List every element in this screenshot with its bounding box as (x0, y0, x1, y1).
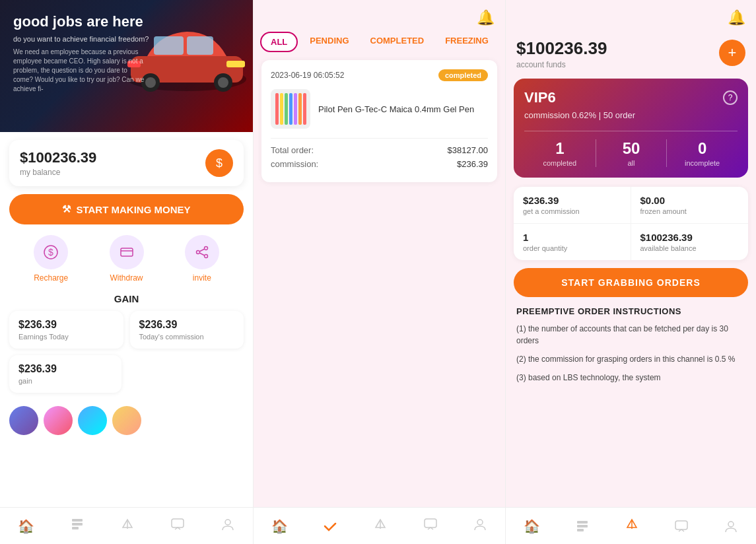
account-label: account funds (516, 60, 745, 69)
commission-row: commission: $236.39 (271, 159, 488, 169)
vip-stat-all-label: all (596, 159, 667, 167)
chat-icon-p3 (674, 519, 689, 533)
invite-label: invite (193, 273, 211, 283)
get-commission-cell: $236.39 get a commission (514, 187, 631, 224)
instruction-1: (1) the number of accounts that can be f… (506, 323, 756, 353)
vip-stat-incomplete-value: 0 (667, 139, 738, 158)
account-amount: $100236.39 (516, 38, 745, 59)
order-quantity-cell: 1 order quantity (514, 224, 631, 260)
nav-profile-p3[interactable] (716, 516, 746, 536)
gain-card: $236.39 gain (9, 355, 121, 393)
today-commission-label: Today's commission (139, 333, 235, 341)
hero-section: good jobs are here do you want to achiev… (0, 0, 253, 132)
available-balance-value: $100236.39 (640, 232, 739, 243)
total-order-label: Total order: (271, 145, 314, 155)
svg-line-18 (199, 253, 205, 255)
account-section: $100236.39 account funds (506, 32, 756, 79)
orders-icon (70, 517, 85, 535)
nav-work[interactable] (112, 514, 143, 537)
vip-title: VIP6 (524, 89, 556, 106)
earnings-today-label: Earnings Today (18, 333, 114, 341)
panel-account: 🔔 $100236.39 account funds + VIP6 ? comm… (506, 0, 756, 544)
withdraw-button[interactable]: Withdraw (110, 235, 144, 283)
nav-home-p3[interactable]: 🏠 (516, 516, 548, 537)
commission-value: $236.39 (457, 159, 488, 169)
order-details: Total order: $38127.00 commission: $236.… (271, 138, 488, 169)
get-commission-label: get a commission (523, 207, 621, 215)
earnings-today-card: $236.39 Earnings Today (9, 311, 123, 349)
svg-rect-21 (72, 527, 79, 529)
hero-subtitle: do you want to achieve financial freedom… (13, 34, 152, 44)
total-order-row: Total order: $38127.00 (271, 145, 488, 155)
nav-profile[interactable] (213, 514, 243, 537)
today-commission-card: $236.39 Today's commission (130, 311, 244, 349)
today-commission-value: $236.39 (139, 319, 235, 331)
invite-button[interactable]: invite (185, 235, 219, 283)
svg-rect-23 (172, 519, 184, 527)
svg-point-33 (728, 522, 734, 527)
tab-freezing[interactable]: FREEZING (436, 32, 498, 52)
vip-stat-completed: 1 completed (524, 139, 596, 167)
start-grabbing-orders-button[interactable]: START GRABBING ORDERS (514, 268, 748, 297)
work-icon-p2 (373, 517, 388, 535)
nav-checkmark-p2[interactable] (315, 516, 345, 536)
svg-rect-3 (187, 36, 213, 55)
total-order-value: $38127.00 (448, 145, 488, 155)
tab-all[interactable]: ALL (260, 32, 298, 52)
home-icon-p2: 🏠 (271, 518, 288, 534)
profile-icon-p3 (724, 519, 738, 533)
hero-title: good jobs are here (13, 13, 145, 30)
balance-amount: $100236.39 (20, 149, 96, 166)
withdraw-label: Withdraw (110, 273, 143, 283)
svg-point-15 (204, 247, 207, 250)
balance-action-button[interactable]: $ (205, 149, 233, 177)
notification-bell-icon-p3[interactable]: 🔔 (728, 9, 745, 26)
svg-line-17 (199, 249, 205, 252)
order-header: 2023-06-19 06:05:52 completed (271, 69, 488, 81)
profile-icon (221, 517, 235, 535)
nav-orders-p3[interactable] (567, 516, 598, 536)
product-name: Pilot Pen G-Tec-C Maica 0.4mm Gel Pen (318, 104, 474, 114)
recharge-icon: $ (34, 235, 68, 269)
chat-icon (170, 517, 185, 535)
frozen-amount-cell: $0.00 frozen amount (631, 187, 749, 224)
tab-pending[interactable]: PENDING (300, 32, 358, 52)
nav-home-p2[interactable]: 🏠 (263, 516, 296, 537)
recharge-button[interactable]: $ Recharge (34, 235, 68, 283)
order-status-badge: completed (438, 69, 488, 81)
nav-home[interactable]: 🏠 (10, 516, 42, 537)
pen-illustration (275, 93, 306, 125)
nav-orders[interactable] (62, 514, 92, 537)
vip-help-button[interactable]: ? (723, 90, 738, 105)
nav-profile-p2[interactable] (465, 514, 495, 537)
start-making-money-button[interactable]: ⚒ START MAKING MONEY (9, 194, 244, 224)
vip-stat-completed-label: completed (524, 159, 596, 167)
home-icon: 🏠 (18, 518, 34, 534)
vip-stat-incomplete: 0 incomplete (666, 139, 738, 167)
svg-rect-26 (425, 519, 436, 527)
action-icons-row: $ Recharge Withdraw (0, 224, 253, 288)
panel-orders: 🔔 ALL PENDING COMPLETED FREEZING 2023-06… (253, 0, 506, 544)
order-date: 2023-06-19 06:05:52 (271, 71, 344, 80)
gain-section: GAIN $236.39 Earnings Today $236.39 Toda… (0, 288, 253, 398)
nav-work-active-p3[interactable] (617, 514, 647, 537)
nav-work-p2[interactable] (365, 514, 395, 537)
notification-bell-icon[interactable]: 🔔 (477, 9, 495, 26)
vip-stat-all: 50 all (596, 139, 667, 167)
nav-chat-p3[interactable] (666, 516, 697, 536)
available-balance-label: available balance (640, 244, 739, 252)
nav-chat[interactable] (162, 514, 193, 537)
bottom-nav-panel2: 🏠 (254, 507, 505, 544)
invite-icon (185, 235, 219, 269)
commission-label: commission: (271, 159, 318, 169)
tab-completed[interactable]: COMPLETED (361, 32, 434, 52)
svg-rect-20 (72, 523, 83, 526)
instructions-title: PREEMPTIVE ORDER INSTRUCTIONS (506, 306, 756, 323)
svg-point-16 (204, 255, 207, 258)
svg-rect-8 (226, 61, 245, 67)
svg-rect-12 (121, 248, 133, 256)
add-funds-button[interactable]: + (719, 40, 745, 66)
svg-text:$: $ (48, 247, 53, 257)
nav-chat-p2[interactable] (415, 514, 446, 537)
recharge-label: Recharge (34, 273, 68, 283)
